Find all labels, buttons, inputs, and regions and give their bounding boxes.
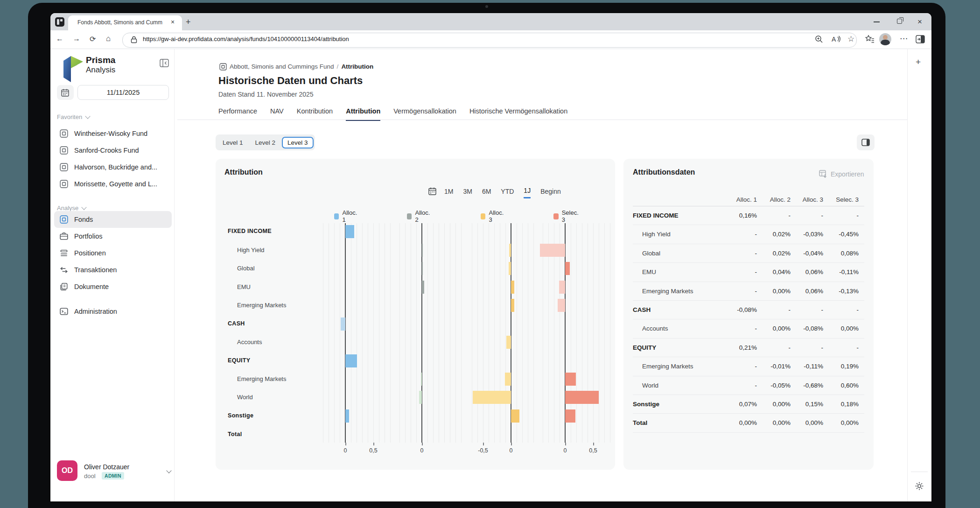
sidebar-item-administration[interactable]: Administration xyxy=(54,303,172,320)
settings-gear-icon[interactable] xyxy=(915,481,924,491)
zoom-in-icon[interactable] xyxy=(815,35,823,43)
tab-kontribution[interactable]: Kontribution xyxy=(297,107,333,121)
browser-profile-avatar[interactable] xyxy=(879,33,891,45)
table-cell: - xyxy=(755,363,757,370)
table-cell: - xyxy=(755,325,757,332)
table-column-header: Selec. 3 xyxy=(836,196,859,203)
table-cell: 0,00% xyxy=(805,419,823,426)
level-button-level-2[interactable]: Level 2 xyxy=(250,137,281,148)
sidebar-item-transaktionen[interactable]: Transaktionen xyxy=(54,261,172,278)
new-tab-button[interactable]: + xyxy=(186,17,191,27)
sidebar-item-positionen[interactable]: Positionen xyxy=(54,245,172,261)
refresh-icon[interactable]: ⟳ xyxy=(90,35,96,43)
table-cell: 0,04% xyxy=(773,268,791,275)
export-button[interactable]: Exportieren xyxy=(819,170,864,178)
table-row: High Yield-0,02%-0,03%-0,45% xyxy=(633,225,864,244)
breadcrumb-separator: / xyxy=(334,63,342,70)
collections-icon[interactable] xyxy=(865,35,875,44)
user-username: dool xyxy=(84,473,96,480)
favorite-fund-item[interactable]: Morissette, Goyette and L... xyxy=(54,176,172,192)
favorite-fund-item[interactable]: Halvorson, Buckridge and... xyxy=(54,159,172,176)
sidebar-collapse-icon[interactable] xyxy=(160,59,169,67)
table-cell: 0,06% xyxy=(805,288,823,295)
legend-label: Alloc. 3 xyxy=(489,209,504,223)
legend-item-1[interactable]: Alloc. 1 xyxy=(334,209,358,223)
table-cell: - xyxy=(821,212,824,219)
table-cell: 0,00% xyxy=(841,325,859,332)
level-button-level-3[interactable]: Level 3 xyxy=(282,137,314,148)
split-screen-icon[interactable] xyxy=(916,35,925,43)
tab-close-icon[interactable]: × xyxy=(171,18,175,26)
range-button-3m[interactable]: 3M xyxy=(463,188,472,198)
sidebar-item-label: Portfolios xyxy=(74,233,102,240)
table-column-header: Alloc. 2 xyxy=(770,196,791,203)
forward-icon[interactable]: → xyxy=(73,35,80,43)
table-row: EQUITY0,21%--- xyxy=(633,338,864,357)
range-button-beginn[interactable]: Beginn xyxy=(540,188,561,198)
fund-icon xyxy=(60,146,68,155)
tab-vermögensallokation[interactable]: Vermögensallokation xyxy=(393,107,456,121)
favorites-header[interactable]: Favoriten xyxy=(57,113,90,120)
table-row: Accounts-0,00%-0,08%0,00% xyxy=(633,319,864,338)
table-cell: 0,00% xyxy=(841,419,859,426)
range-button-ytd[interactable]: YTD xyxy=(501,188,514,198)
legend-item-4[interactable]: Selec. 3 xyxy=(553,209,580,223)
legend-item-2[interactable]: Alloc. 2 xyxy=(407,209,431,223)
admin-icon xyxy=(60,307,68,316)
rightstrip-divider xyxy=(907,49,908,501)
favorites-list: Wintheiser-Wisoky FundSanford-Crooks Fun… xyxy=(54,125,172,192)
table-row: Total0,00%0,00%0,00%0,00% xyxy=(633,413,864,432)
date-input[interactable]: 11/11/2025 xyxy=(77,85,169,100)
table-cell: - xyxy=(755,288,757,295)
favorite-star-icon[interactable]: ☆ xyxy=(847,34,854,44)
table-row-label: EQUITY xyxy=(633,344,656,351)
table-cell: -0,08% xyxy=(737,306,757,313)
sidebar-item-dokumente[interactable]: Dokumente xyxy=(54,278,172,295)
chart-card-title: Attribution xyxy=(224,168,263,176)
favorite-fund-item[interactable]: Sanford-Crooks Fund xyxy=(54,142,172,159)
table-card-title: Attributionsdaten xyxy=(633,168,695,176)
favorite-fund-item[interactable]: Wintheiser-Wisoky Fund xyxy=(54,125,172,142)
webcam-dot xyxy=(485,5,488,8)
tab-workspaces-icon[interactable] xyxy=(55,17,64,27)
right-strip-add-icon[interactable]: + xyxy=(916,57,921,67)
page-title: Historische Daten und Charts xyxy=(218,75,363,87)
range-button-6m[interactable]: 6M xyxy=(482,188,491,198)
range-button-1m[interactable]: 1M xyxy=(444,188,453,198)
browser-tab-title: Fonds Abbott, Simonis and Cumm xyxy=(77,19,162,26)
window-maximize-button-back xyxy=(899,17,903,21)
range-calendar-icon[interactable] xyxy=(428,187,436,195)
user-name: Oliver Dotzauer xyxy=(84,463,129,471)
home-icon[interactable]: ⌂ xyxy=(106,34,111,43)
table-cell: - xyxy=(755,268,757,275)
read-aloud-icon[interactable]: A xyxy=(832,35,841,43)
back-icon[interactable]: ← xyxy=(56,35,63,43)
browser-menu-dots-icon[interactable]: ⋯ xyxy=(900,34,908,43)
sidebar-item-fonds[interactable]: Fonds xyxy=(54,211,172,228)
table-cell: -0,13% xyxy=(839,288,859,295)
range-button-1j[interactable]: 1J xyxy=(524,187,531,198)
table-cell: - xyxy=(857,306,859,313)
legend-item-3[interactable]: Alloc. 3 xyxy=(481,209,505,223)
table-row-label: CASH xyxy=(633,306,651,313)
panel-toggle-button[interactable] xyxy=(857,134,875,150)
sidebar-item-label: Positionen xyxy=(74,249,106,257)
legend-label: Alloc. 1 xyxy=(342,209,358,223)
level-button-level-1[interactable]: Level 1 xyxy=(217,137,249,148)
sidebar-item-portfolios[interactable]: Portfolios xyxy=(54,228,172,245)
url-text: https://gw-ai-dev.profidata.com/analysis… xyxy=(143,35,349,42)
table-cell: 0,00% xyxy=(773,401,791,408)
table-cell: 0,60% xyxy=(841,382,859,389)
tab-historische-vermögensallokation[interactable]: Historische Vermögensallokation xyxy=(469,107,567,121)
attribution-chart-card xyxy=(216,159,615,470)
breadcrumb-fund[interactable]: Abbott, Simonis and Cummings Fund xyxy=(230,63,334,70)
tab-attribution[interactable]: Attribution xyxy=(346,107,380,121)
tab-nav[interactable]: NAV xyxy=(270,107,284,121)
analyse-header[interactable]: Analyse xyxy=(57,205,86,212)
window-close-button[interactable]: × xyxy=(917,17,922,27)
tab-performance[interactable]: Performance xyxy=(218,107,257,121)
window-minimize-button[interactable] xyxy=(874,21,880,22)
table-row-label: Total xyxy=(633,419,647,426)
table-cell: 0,15% xyxy=(805,401,823,408)
favorite-fund-label: Sanford-Crooks Fund xyxy=(74,147,139,154)
